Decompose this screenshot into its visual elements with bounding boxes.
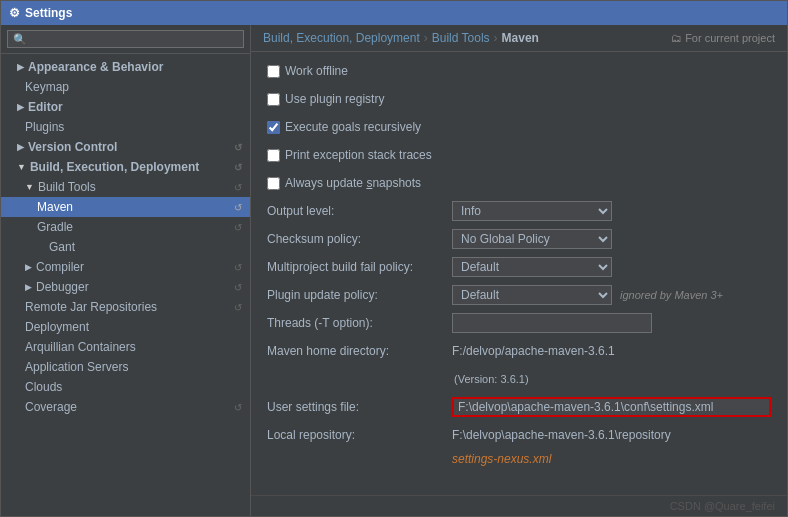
output-level-select[interactable]: Info Debug Error: [452, 201, 612, 221]
sidebar-item-coverage[interactable]: Coverage ↺: [1, 397, 250, 417]
execute-goals-row: Execute goals recursively: [267, 116, 771, 138]
arrow-icon: ▼: [25, 182, 34, 192]
sidebar-item-build-tools[interactable]: ▼ Build Tools ↺: [1, 177, 250, 197]
sidebar-label: Application Servers: [25, 360, 128, 374]
sidebar: ▶ Appearance & Behavior Keymap ▶ Editor …: [1, 25, 251, 516]
arrow-icon: ▶: [17, 62, 24, 72]
arrow-icon: ▶: [25, 282, 32, 292]
breadcrumb-maven: Maven: [502, 31, 539, 45]
sidebar-label: Arquillian Containers: [25, 340, 136, 354]
sidebar-item-build-execution[interactable]: ▼ Build, Execution, Deployment ↺: [1, 157, 250, 177]
sidebar-item-app-servers[interactable]: Application Servers: [1, 357, 250, 377]
use-plugin-registry-row: Use plugin registry: [267, 88, 771, 110]
sidebar-item-compiler[interactable]: ▶ Compiler ↺: [1, 257, 250, 277]
annotation-text: settings-nexus.xml: [452, 452, 771, 466]
maven-version-row: (Version: 3.6.1): [267, 368, 771, 390]
user-settings-row: User settings file:: [267, 396, 771, 418]
settings-icon: ⚙: [9, 6, 20, 20]
use-plugin-registry-checkbox[interactable]: [267, 93, 280, 106]
plugin-update-label: Plugin update policy:: [267, 288, 452, 302]
arrow-icon: ▶: [17, 102, 24, 112]
breadcrumb-bar: Build, Execution, Deployment › Build Too…: [251, 25, 787, 52]
threads-input[interactable]: [452, 313, 652, 333]
sidebar-item-maven[interactable]: Maven ↺: [1, 197, 250, 217]
sync-icon8: ↺: [234, 302, 242, 313]
sidebar-item-arquillian[interactable]: Arquillian Containers: [1, 337, 250, 357]
title-bar: ⚙ Settings: [1, 1, 787, 25]
checksum-policy-select[interactable]: No Global Policy Strict Lax: [452, 229, 612, 249]
sync-icon6: ↺: [234, 262, 242, 273]
search-box: [1, 25, 250, 54]
user-settings-input[interactable]: [452, 397, 771, 417]
plugin-update-row: Plugin update policy: Default Always Nev…: [267, 284, 771, 306]
threads-row: Threads (-T option):: [267, 312, 771, 334]
print-exception-row: Print exception stack traces: [267, 144, 771, 166]
checksum-policy-label: Checksum policy:: [267, 232, 452, 246]
sidebar-item-deployment[interactable]: Deployment: [1, 317, 250, 337]
sidebar-label: Build, Execution, Deployment: [30, 160, 199, 174]
maven-home-label: Maven home directory:: [267, 344, 452, 358]
settings-window: ⚙ Settings ▶ Appearance & Behavior Keyma…: [0, 0, 788, 517]
maven-version-text: (Version: 3.6.1): [454, 373, 529, 385]
output-level-label: Output level:: [267, 204, 452, 218]
sidebar-item-editor[interactable]: ▶ Editor: [1, 97, 250, 117]
use-plugin-registry-label: Use plugin registry: [285, 92, 384, 106]
arrow-icon: ▶: [17, 142, 24, 152]
settings-body: Work offline Use plugin registry Execute…: [251, 52, 787, 495]
multiproject-fail-row: Multiproject build fail policy: Default …: [267, 256, 771, 278]
print-exception-label: Print exception stack traces: [285, 148, 432, 162]
breadcrumb-build[interactable]: Build, Execution, Deployment: [263, 31, 420, 45]
print-exception-checkbox[interactable]: [267, 149, 280, 162]
sidebar-item-clouds[interactable]: Clouds: [1, 377, 250, 397]
breadcrumb-sep2: ›: [494, 31, 498, 45]
sidebar-nav: ▶ Appearance & Behavior Keymap ▶ Editor …: [1, 54, 250, 516]
maven-home-row: Maven home directory: F:/delvop/apache-m…: [267, 340, 771, 362]
always-update-label: Always update snapshots: [285, 176, 421, 190]
execute-goals-checkbox[interactable]: [267, 121, 280, 134]
sidebar-item-gradle[interactable]: Gradle ↺: [1, 217, 250, 237]
sidebar-item-version-control[interactable]: ▶ Version Control ↺: [1, 137, 250, 157]
sidebar-label: Gant: [49, 240, 75, 254]
search-input[interactable]: [7, 30, 244, 48]
sidebar-label: Build Tools: [38, 180, 96, 194]
multiproject-fail-select[interactable]: Default Fast At End: [452, 257, 612, 277]
checksum-policy-row: Checksum policy: No Global Policy Strict…: [267, 228, 771, 250]
multiproject-fail-label: Multiproject build fail policy:: [267, 260, 452, 274]
sidebar-item-debugger[interactable]: ▶ Debugger ↺: [1, 277, 250, 297]
arrow-icon: ▶: [25, 262, 32, 272]
sync-icon3: ↺: [234, 182, 242, 193]
project-icon: 🗂: [671, 32, 682, 44]
sync-icon: ↺: [234, 142, 242, 153]
sidebar-label: Keymap: [25, 80, 69, 94]
sidebar-item-plugins[interactable]: Plugins: [1, 117, 250, 137]
breadcrumb-build-tools[interactable]: Build Tools: [432, 31, 490, 45]
work-offline-checkbox[interactable]: [267, 65, 280, 78]
for-current-project: 🗂 For current project: [671, 32, 775, 44]
threads-label: Threads (-T option):: [267, 316, 452, 330]
user-settings-label: User settings file:: [267, 400, 452, 414]
sidebar-item-keymap[interactable]: Keymap: [1, 77, 250, 97]
watermark: CSDN @Quare_feifei: [251, 495, 787, 516]
sync-icon2: ↺: [234, 162, 242, 173]
sidebar-label: Editor: [28, 100, 63, 114]
content-area: ▶ Appearance & Behavior Keymap ▶ Editor …: [1, 25, 787, 516]
watermark-text: CSDN @Quare_feifei: [670, 500, 775, 512]
sidebar-label: Version Control: [28, 140, 117, 154]
output-level-row: Output level: Info Debug Error: [267, 200, 771, 222]
work-offline-row: Work offline: [267, 60, 771, 82]
sidebar-label: Maven: [37, 200, 73, 214]
sidebar-item-remote-jar[interactable]: Remote Jar Repositories ↺: [1, 297, 250, 317]
plugin-update-select[interactable]: Default Always Never: [452, 285, 612, 305]
sync-icon7: ↺: [234, 282, 242, 293]
for-project-label: For current project: [685, 32, 775, 44]
maven-home-value: F:/delvop/apache-maven-3.6.1: [452, 344, 615, 358]
sidebar-item-gant[interactable]: Gant: [1, 237, 250, 257]
main-panel: Build, Execution, Deployment › Build Too…: [251, 25, 787, 516]
sidebar-item-appearance[interactable]: ▶ Appearance & Behavior: [1, 57, 250, 77]
work-offline-label: Work offline: [285, 64, 348, 78]
always-update-checkbox[interactable]: [267, 177, 280, 190]
breadcrumb-sep1: ›: [424, 31, 428, 45]
sync-icon5: ↺: [234, 222, 242, 233]
sidebar-label: Deployment: [25, 320, 89, 334]
sidebar-label: Appearance & Behavior: [28, 60, 163, 74]
